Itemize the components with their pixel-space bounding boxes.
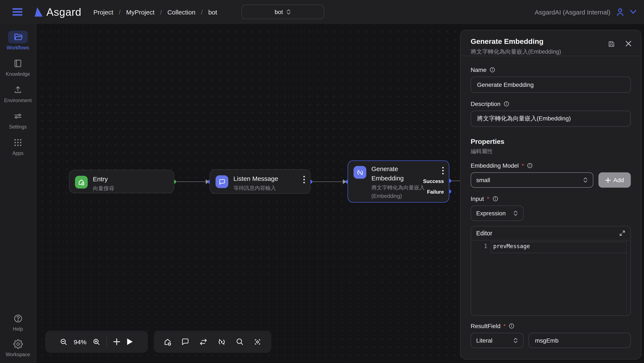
breadcrumb-myproject[interactable]: MyProject bbox=[126, 8, 154, 15]
hamburger-menu-icon[interactable] bbox=[12, 8, 23, 16]
name-input-value: Generate Embedding bbox=[477, 81, 534, 88]
breadcrumb-separator: / bbox=[119, 8, 120, 15]
arrows-swap-icon[interactable] bbox=[199, 337, 208, 346]
save-icon[interactable] bbox=[608, 40, 615, 48]
embedding-model-label: Embedding Model * bbox=[471, 162, 631, 169]
node-entry[interactable]: Entry 向量搜尋 bbox=[69, 170, 174, 193]
kebab-menu-icon[interactable] bbox=[442, 167, 444, 174]
description-label-text: Description bbox=[471, 100, 500, 107]
embedding-model-value: small bbox=[476, 177, 490, 183]
sidebar-item-label: Help bbox=[13, 327, 23, 332]
expand-icon[interactable] bbox=[619, 230, 625, 236]
editor-scrollbar[interactable] bbox=[626, 240, 626, 313]
account-area: AsgardAI (Asgard Internal) bbox=[535, 7, 636, 16]
input-field-label: Input * bbox=[471, 195, 631, 202]
app-window: Asgard Project / MyProject / Collection … bbox=[0, 0, 644, 363]
embedding-refresh-icon[interactable] bbox=[217, 337, 226, 346]
add-button-label: Add bbox=[613, 177, 624, 183]
zoom-in-icon[interactable] bbox=[92, 338, 100, 346]
sidebar-item-environment[interactable]: Environment bbox=[1, 83, 34, 103]
input-label-text: Input bbox=[471, 195, 484, 202]
embedding-refresh-icon bbox=[354, 166, 366, 179]
app-logo[interactable]: Asgard bbox=[34, 6, 81, 18]
top-bar: Asgard Project / MyProject / Collection … bbox=[0, 0, 644, 24]
node-listen-message[interactable]: Listen Message 等待訊息內容輸入 bbox=[210, 169, 310, 194]
upload-icon bbox=[8, 83, 28, 96]
description-input-value: 將文字轉化為向量嵌入(Embedding) bbox=[477, 115, 571, 123]
kebab-menu-icon[interactable] bbox=[303, 176, 305, 183]
embedding-model-label-text: Embedding Model bbox=[471, 162, 519, 169]
panel-header: Generate Embedding 將文字轉化為向量嵌入(Embedding) bbox=[460, 30, 641, 56]
breadcrumb-collection[interactable]: Collection bbox=[168, 8, 196, 15]
user-icon[interactable] bbox=[616, 7, 625, 16]
node-title-line1: Generate bbox=[372, 165, 398, 172]
resultfield-input[interactable]: msgEmb bbox=[528, 333, 631, 348]
close-icon[interactable] bbox=[625, 40, 632, 48]
editor-title: Editor bbox=[476, 230, 492, 237]
node-generate-embedding[interactable]: Generate Embedding 將文字轉化為向量嵌入 (Embedding… bbox=[348, 160, 449, 203]
help-circle-icon bbox=[8, 312, 28, 325]
info-icon[interactable] bbox=[492, 196, 498, 202]
sidebar-item-apps[interactable]: Apps bbox=[1, 136, 34, 156]
info-icon[interactable] bbox=[509, 323, 515, 329]
sidebar-item-workspace[interactable]: Workspace bbox=[1, 338, 34, 357]
gear-icon bbox=[8, 338, 28, 350]
chat-bubble-icon bbox=[216, 175, 228, 188]
chevron-down-icon[interactable] bbox=[630, 10, 636, 14]
resultfield-value: msgEmb bbox=[535, 337, 558, 344]
move-diamond-icon[interactable] bbox=[253, 337, 262, 346]
properties-subtitle: 編輯屬性 bbox=[471, 148, 631, 155]
chevron-updown-icon bbox=[286, 9, 291, 15]
info-icon[interactable] bbox=[490, 67, 496, 73]
toolbar-divider bbox=[106, 336, 107, 347]
add-node-icon[interactable] bbox=[113, 338, 120, 346]
zoom-out-icon[interactable] bbox=[60, 338, 68, 346]
breadcrumb-separator: / bbox=[160, 8, 162, 15]
chat-bubble-icon[interactable] bbox=[181, 338, 190, 346]
home-plus-icon[interactable] bbox=[163, 337, 172, 346]
chevron-updown-icon bbox=[513, 338, 518, 344]
sidebar: Workflows Knowledge Environment Settings… bbox=[0, 24, 36, 363]
breadcrumb-bot[interactable]: bot bbox=[208, 8, 217, 15]
sidebar-item-settings[interactable]: Settings bbox=[1, 110, 34, 129]
description-field-label: Description bbox=[471, 100, 631, 107]
node-subtitle-line1: 將文字轉化為向量嵌入 bbox=[372, 185, 425, 191]
required-asterisk: * bbox=[487, 195, 489, 202]
resultfield-label: ResultField * bbox=[471, 323, 631, 329]
triangle-logo-icon bbox=[34, 7, 43, 17]
sidebar-item-label: Apps bbox=[12, 151, 24, 156]
required-asterisk: * bbox=[522, 162, 524, 169]
app-logo-text: Asgard bbox=[46, 6, 81, 18]
breadcrumb-project[interactable]: Project bbox=[93, 8, 113, 15]
sidebar-item-knowledge[interactable]: Knowledge bbox=[1, 57, 34, 77]
play-icon[interactable] bbox=[126, 338, 133, 346]
info-icon[interactable] bbox=[527, 163, 533, 169]
add-model-button[interactable]: Add bbox=[598, 172, 631, 188]
plus-icon bbox=[605, 177, 611, 183]
sidebar-item-label: Workflows bbox=[6, 45, 29, 50]
sidebar-item-help[interactable]: Help bbox=[1, 312, 34, 332]
resultfield-type-select[interactable]: Literal bbox=[471, 333, 524, 348]
breadcrumb-separator: / bbox=[201, 8, 203, 15]
workflow-select[interactable]: bot bbox=[242, 5, 324, 19]
canvas-tools-toolbar bbox=[154, 331, 271, 353]
node-subtitle: 等待訊息內容輸入 bbox=[234, 184, 278, 192]
input-type-select[interactable]: Expression bbox=[471, 206, 524, 221]
embedding-model-select[interactable]: small bbox=[471, 172, 593, 188]
port-label-success: Success bbox=[423, 178, 444, 184]
name-field-label: Name bbox=[471, 66, 631, 73]
name-label-text: Name bbox=[471, 66, 486, 73]
folder-icon bbox=[8, 31, 28, 43]
workflow-select-value: bot bbox=[275, 8, 283, 15]
code-area[interactable]: 1 prevMessage bbox=[471, 240, 630, 252]
info-icon[interactable] bbox=[504, 101, 510, 107]
panel-title: Generate Embedding bbox=[471, 37, 631, 46]
resultfield-type-value: Literal bbox=[476, 337, 492, 344]
sidebar-item-workflows[interactable]: Workflows bbox=[1, 31, 34, 50]
expression-editor: Editor 1 prevMessage bbox=[471, 226, 631, 316]
search-icon[interactable] bbox=[235, 338, 244, 346]
description-input[interactable]: 將文字轉化為向量嵌入(Embedding) bbox=[471, 111, 631, 127]
node-title-line2: Embedding bbox=[372, 174, 404, 182]
name-input[interactable]: Generate Embedding bbox=[471, 77, 631, 93]
breadcrumb: Project / MyProject / Collection / bot bbox=[93, 8, 217, 15]
